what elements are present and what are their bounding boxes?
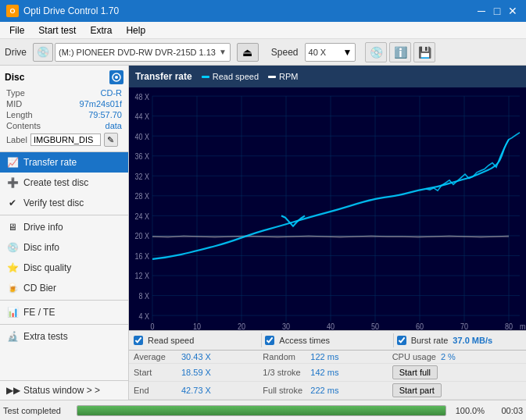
legend-read-speed-label: Read speed	[213, 72, 259, 81]
svg-text:60: 60	[416, 322, 424, 330]
burst-rate-value: 37.0 MB/s	[453, 336, 492, 345]
read-speed-group: Read speed	[134, 336, 258, 345]
speed-select[interactable]: 40 X ▼	[305, 43, 356, 62]
svg-text:80: 80	[505, 322, 513, 330]
progress-bar-fill	[77, 406, 445, 415]
menu-extra[interactable]: Extra	[84, 23, 118, 37]
chart-title: Transfer rate	[135, 71, 192, 82]
svg-text:12 X: 12 X	[135, 272, 150, 281]
nav-extra-tests[interactable]: 🔬 Extra tests	[0, 326, 128, 347]
drive-select-value: (M:) PIONEER DVD-RW DVR-215D 1.13	[59, 48, 216, 57]
nav-disc-info[interactable]: 💿 Disc info	[0, 237, 128, 258]
chart-wrapper: 48 X 44 X 40 X 36 X 32 X 28 X 24 X 20 X …	[129, 87, 526, 330]
fe-te-icon: 📊	[6, 306, 19, 319]
save-button[interactable]: 💾	[413, 42, 435, 62]
nav-separator-3	[0, 324, 128, 325]
average-label: Average	[134, 352, 177, 361]
disc-header-icon	[109, 70, 123, 84]
burst-rate-group: Burst rate 37.0 MB/s	[397, 336, 521, 345]
svg-text:40: 40	[327, 322, 335, 330]
cpu-label: CPU usage	[392, 352, 436, 361]
disc-label-text: Label	[6, 135, 27, 144]
status-window-arrow: ▶▶	[6, 385, 20, 396]
nav-cd-bier-label: CD Bier	[23, 283, 56, 294]
disc-title: Disc	[5, 72, 24, 83]
stats-row-2: Start 18.59 X 1/3 stroke 142 ms Start fu…	[129, 364, 526, 382]
disc-button[interactable]: 💿	[365, 42, 387, 62]
svg-text:20: 20	[238, 322, 245, 330]
nav-fe-te[interactable]: 📊 FE / TE	[0, 302, 128, 322]
menu-start-test[interactable]: Start test	[32, 23, 82, 37]
disc-quality-icon: ⭐	[6, 262, 19, 274]
nav-transfer-rate[interactable]: 📈 Transfer rate	[0, 152, 128, 173]
stats-row-1: Average 30.43 X Random 122 ms CPU usage …	[129, 351, 526, 364]
extra-tests-icon: 🔬	[6, 330, 19, 343]
start-label: Start	[134, 368, 177, 377]
app-icon: O	[6, 5, 19, 17]
disc-contents-row: Contents data	[0, 120, 128, 131]
cpu-value: 2 %	[441, 352, 456, 361]
disc-type-label: Type	[6, 88, 25, 98]
disc-edit-button[interactable]: ✎	[104, 133, 118, 147]
info-button[interactable]: ℹ️	[389, 42, 411, 62]
drive-label: Drive	[5, 47, 27, 58]
status-window-label: Status window > >	[23, 385, 100, 396]
disc-section: Disc Type CD-R MID 97m24s01f Length 79:5…	[0, 66, 128, 152]
nav-cd-bier[interactable]: 🍺 CD Bier	[0, 278, 128, 298]
drive-info-icon: 🖥	[6, 221, 19, 233]
svg-rect-2	[129, 87, 526, 330]
access-times-label: Access times	[279, 336, 330, 345]
minimize-button[interactable]: ─	[474, 4, 488, 18]
legend-rpm: RPM	[268, 72, 298, 81]
eject-button[interactable]: ⏏	[237, 43, 259, 62]
transfer-rate-icon: 📈	[6, 156, 19, 169]
disc-label-input[interactable]	[30, 133, 101, 146]
stat-divider-2	[393, 333, 394, 347]
legend-rpm-label: RPM	[279, 72, 298, 81]
drive-bar: Drive 💿 (M:) PIONEER DVD-RW DVR-215D 1.1…	[0, 39, 526, 66]
legend-read-speed-dot	[202, 76, 209, 78]
legend-read-speed: Read speed	[202, 72, 259, 81]
stat-col-start-part: Start part	[392, 383, 521, 397]
title-bar-title: Opti Drive Control 1.70	[23, 5, 119, 16]
stat-col-start-full: Start full	[392, 365, 521, 379]
checkboxes-bar: Read speed Access times Burst rate 37.0 …	[129, 330, 526, 350]
nav-create-test-disc[interactable]: ➕ Create test disc	[0, 173, 128, 193]
status-window-button[interactable]: ▶▶ Status window > >	[0, 380, 128, 400]
menu-help[interactable]: Help	[120, 23, 152, 37]
nav-drive-info[interactable]: 🖥 Drive info	[0, 217, 128, 237]
svg-text:44 X: 44 X	[135, 112, 150, 122]
nav-separator-2	[0, 300, 128, 301]
end-label: End	[134, 386, 177, 395]
nav-fe-te-label: FE / TE	[23, 307, 55, 318]
third-stroke-label: 1/3 stroke	[263, 368, 306, 377]
third-stroke-value: 142 ms	[310, 368, 338, 377]
progress-text: 100.0%	[449, 406, 485, 415]
close-button[interactable]: ✕	[506, 4, 520, 18]
maximize-button[interactable]: □	[490, 4, 504, 18]
disc-header: Disc	[0, 69, 128, 87]
svg-text:50: 50	[371, 322, 379, 330]
burst-rate-checkbox[interactable]	[397, 336, 406, 345]
nav-disc-quality[interactable]: ⭐ Disc quality	[0, 258, 128, 278]
disc-contents-label: Contents	[6, 121, 41, 130]
start-full-button[interactable]: Start full	[392, 365, 438, 379]
nav-disc-info-label: Disc info	[23, 242, 59, 253]
legend-rpm-dot	[268, 76, 276, 78]
speed-label: Speed	[271, 47, 299, 58]
nav-create-test-disc-label: Create test disc	[23, 177, 88, 188]
disc-contents-value: data	[106, 121, 122, 130]
stat-col-start: Start 18.59 X	[134, 368, 263, 377]
start-part-button[interactable]: Start part	[392, 383, 442, 397]
svg-text:0: 0	[150, 322, 154, 330]
chart-svg: 48 X 44 X 40 X 36 X 32 X 28 X 24 X 20 X …	[129, 87, 526, 330]
read-speed-checkbox[interactable]	[134, 336, 143, 345]
disc-type-value: CD-R	[101, 88, 123, 98]
menu-file[interactable]: File	[3, 23, 30, 37]
create-test-disc-icon: ➕	[6, 176, 19, 189]
access-times-checkbox[interactable]	[265, 336, 274, 345]
drive-select[interactable]: (M:) PIONEER DVD-RW DVR-215D 1.13 ▼	[55, 43, 231, 62]
nav-verify-test-disc[interactable]: ✔ Verify test disc	[0, 193, 128, 213]
full-stroke-label: Full stroke	[263, 386, 306, 395]
stats-row-3: End 42.73 X Full stroke 222 ms Start par…	[129, 382, 526, 400]
